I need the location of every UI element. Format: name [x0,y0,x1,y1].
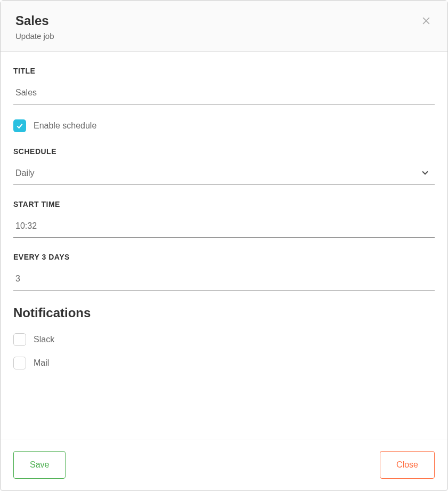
mail-row[interactable]: Mail [13,357,435,369]
schedule-label: SCHEDULE [13,147,435,156]
start-time-input[interactable] [13,218,435,238]
title-label: TITLE [13,67,435,75]
dialog-title-block: Sales Update job [15,13,54,41]
enable-schedule-label: Enable schedule [34,121,96,131]
close-button[interactable]: Close [380,451,435,479]
notifications-section: Notifications Slack Mail [13,305,435,369]
slack-checkbox[interactable] [13,333,26,346]
schedule-select-wrapper [13,165,435,185]
every-input[interactable] [13,271,435,291]
dialog-title: Sales [15,13,54,28]
slack-row[interactable]: Slack [13,333,435,346]
update-job-dialog: Sales Update job TITLE Enable schedule S… [0,0,448,491]
start-time-label: START TIME [13,200,435,208]
close-icon[interactable] [420,14,433,27]
dialog-body: TITLE Enable schedule SCHEDULE START TIM… [1,52,447,439]
dialog-footer: Save Close [1,439,447,490]
schedule-field-group: SCHEDULE [13,147,435,185]
title-field-group: TITLE [13,67,435,104]
title-input[interactable] [13,85,435,104]
notifications-heading: Notifications [13,305,435,320]
mail-checkbox[interactable] [13,357,26,369]
enable-schedule-row[interactable]: Enable schedule [13,119,435,132]
mail-label: Mail [34,358,49,368]
slack-label: Slack [34,335,54,344]
dialog-subtitle: Update job [15,31,54,41]
schedule-select[interactable] [13,165,435,185]
every-label: EVERY 3 DAYS [13,253,435,261]
dialog-header: Sales Update job [1,1,447,52]
enable-schedule-checkbox[interactable] [13,119,26,132]
save-button[interactable]: Save [13,451,66,479]
every-field-group: EVERY 3 DAYS [13,253,435,291]
start-time-field-group: START TIME [13,200,435,238]
